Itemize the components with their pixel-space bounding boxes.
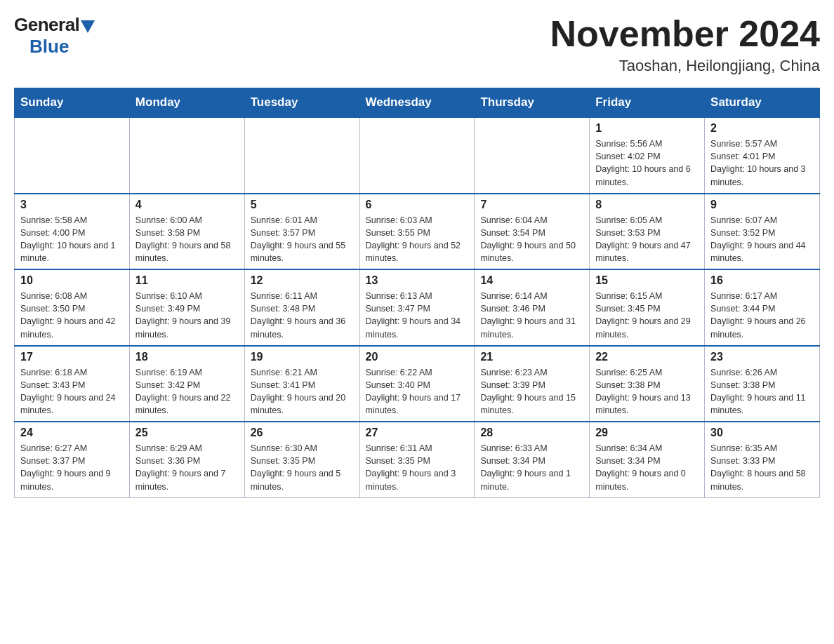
calendar-cell: 7Sunrise: 6:04 AMSunset: 3:54 PMDaylight… — [475, 194, 590, 270]
calendar-week-row: 24Sunrise: 6:27 AMSunset: 3:37 PMDayligh… — [15, 422, 820, 497]
logo: General Blue — [14, 14, 95, 58]
calendar-week-row: 10Sunrise: 6:08 AMSunset: 3:50 PMDayligh… — [15, 269, 820, 346]
day-info: Sunrise: 5:57 AMSunset: 4:01 PMDaylight:… — [710, 137, 814, 189]
title-area: November 2024 Taoshan, Heilongjiang, Chi… — [550, 14, 820, 75]
weekday-header-row: SundayMondayTuesdayWednesdayThursdayFrid… — [15, 88, 820, 118]
day-info: Sunrise: 6:34 AMSunset: 3:34 PMDaylight:… — [595, 442, 699, 493]
calendar-cell: 5Sunrise: 6:01 AMSunset: 3:57 PMDaylight… — [244, 194, 359, 270]
day-info: Sunrise: 6:03 AMSunset: 3:55 PMDaylight:… — [366, 214, 469, 265]
day-number: 17 — [20, 351, 124, 363]
calendar-cell — [15, 117, 130, 194]
calendar-week-row: 17Sunrise: 6:18 AMSunset: 3:43 PMDayligh… — [15, 346, 820, 422]
weekday-header-monday: Monday — [129, 88, 244, 118]
day-number: 21 — [480, 351, 583, 363]
day-info: Sunrise: 6:04 AMSunset: 3:54 PMDaylight:… — [480, 214, 583, 265]
day-number: 14 — [480, 274, 583, 287]
weekday-header-friday: Friday — [590, 88, 705, 118]
day-number: 27 — [366, 427, 469, 439]
day-number: 25 — [135, 427, 239, 439]
day-number: 15 — [595, 274, 699, 287]
calendar-week-row: 1Sunrise: 5:56 AMSunset: 4:02 PMDaylight… — [15, 117, 820, 194]
location-title: Taoshan, Heilongjiang, China — [550, 57, 820, 75]
day-info: Sunrise: 6:35 AMSunset: 3:33 PMDaylight:… — [710, 442, 814, 493]
calendar-cell: 27Sunrise: 6:31 AMSunset: 3:35 PMDayligh… — [359, 422, 475, 497]
day-info: Sunrise: 6:15 AMSunset: 3:45 PMDaylight:… — [595, 290, 699, 341]
logo-triangle-icon — [81, 20, 95, 33]
day-number: 18 — [135, 351, 239, 363]
calendar-cell: 28Sunrise: 6:33 AMSunset: 3:34 PMDayligh… — [475, 422, 590, 497]
day-info: Sunrise: 6:30 AMSunset: 3:35 PMDaylight:… — [251, 442, 354, 493]
day-number: 1 — [595, 122, 699, 135]
weekday-header-wednesday: Wednesday — [359, 88, 475, 118]
day-info: Sunrise: 6:33 AMSunset: 3:34 PMDaylight:… — [480, 442, 583, 493]
calendar-cell: 17Sunrise: 6:18 AMSunset: 3:43 PMDayligh… — [15, 346, 130, 422]
day-number: 16 — [710, 274, 814, 287]
calendar-cell: 8Sunrise: 6:05 AMSunset: 3:53 PMDaylight… — [590, 194, 705, 270]
calendar-cell: 22Sunrise: 6:25 AMSunset: 3:38 PMDayligh… — [590, 346, 705, 422]
weekday-header-thursday: Thursday — [475, 88, 590, 118]
day-info: Sunrise: 6:25 AMSunset: 3:38 PMDaylight:… — [595, 366, 699, 417]
day-number: 6 — [366, 199, 469, 211]
calendar-cell — [359, 117, 475, 194]
calendar: SundayMondayTuesdayWednesdayThursdayFrid… — [14, 88, 820, 498]
calendar-cell: 6Sunrise: 6:03 AMSunset: 3:55 PMDaylight… — [359, 194, 475, 270]
calendar-cell: 16Sunrise: 6:17 AMSunset: 3:44 PMDayligh… — [705, 269, 820, 346]
day-number: 30 — [710, 427, 814, 439]
day-info: Sunrise: 6:19 AMSunset: 3:42 PMDaylight:… — [135, 366, 239, 417]
calendar-cell: 10Sunrise: 6:08 AMSunset: 3:50 PMDayligh… — [15, 269, 130, 346]
day-number: 12 — [251, 274, 354, 287]
calendar-cell: 1Sunrise: 5:56 AMSunset: 4:02 PMDaylight… — [590, 117, 705, 194]
calendar-cell: 25Sunrise: 6:29 AMSunset: 3:36 PMDayligh… — [129, 422, 244, 497]
day-number: 4 — [135, 199, 239, 211]
calendar-cell: 29Sunrise: 6:34 AMSunset: 3:34 PMDayligh… — [590, 422, 705, 497]
calendar-cell: 2Sunrise: 5:57 AMSunset: 4:01 PMDaylight… — [705, 117, 820, 194]
day-number: 11 — [135, 274, 239, 287]
day-info: Sunrise: 5:56 AMSunset: 4:02 PMDaylight:… — [595, 137, 699, 189]
day-number: 5 — [251, 199, 354, 211]
calendar-cell: 26Sunrise: 6:30 AMSunset: 3:35 PMDayligh… — [244, 422, 359, 497]
calendar-cell: 15Sunrise: 6:15 AMSunset: 3:45 PMDayligh… — [590, 269, 705, 346]
weekday-header-tuesday: Tuesday — [244, 88, 359, 118]
day-number: 28 — [480, 427, 583, 439]
day-info: Sunrise: 6:08 AMSunset: 3:50 PMDaylight:… — [20, 290, 124, 341]
day-info: Sunrise: 6:10 AMSunset: 3:49 PMDaylight:… — [135, 290, 239, 341]
day-info: Sunrise: 6:01 AMSunset: 3:57 PMDaylight:… — [251, 214, 354, 265]
day-info: Sunrise: 6:21 AMSunset: 3:41 PMDaylight:… — [251, 366, 354, 417]
calendar-cell: 20Sunrise: 6:22 AMSunset: 3:40 PMDayligh… — [359, 346, 475, 422]
logo-general-text: General — [14, 14, 79, 36]
day-info: Sunrise: 6:00 AMSunset: 3:58 PMDaylight:… — [135, 214, 239, 265]
calendar-cell — [129, 117, 244, 194]
day-number: 3 — [20, 199, 124, 211]
day-info: Sunrise: 6:29 AMSunset: 3:36 PMDaylight:… — [135, 442, 239, 493]
day-number: 29 — [595, 427, 699, 439]
weekday-header-saturday: Saturday — [705, 88, 820, 118]
calendar-cell: 11Sunrise: 6:10 AMSunset: 3:49 PMDayligh… — [129, 269, 244, 346]
day-info: Sunrise: 6:13 AMSunset: 3:47 PMDaylight:… — [366, 290, 469, 341]
calendar-cell: 23Sunrise: 6:26 AMSunset: 3:38 PMDayligh… — [705, 346, 820, 422]
calendar-cell: 12Sunrise: 6:11 AMSunset: 3:48 PMDayligh… — [244, 269, 359, 346]
day-number: 13 — [366, 274, 469, 287]
day-info: Sunrise: 6:27 AMSunset: 3:37 PMDaylight:… — [20, 442, 124, 493]
day-number: 10 — [20, 274, 124, 287]
day-info: Sunrise: 6:14 AMSunset: 3:46 PMDaylight:… — [480, 290, 583, 341]
day-info: Sunrise: 6:23 AMSunset: 3:39 PMDaylight:… — [480, 366, 583, 417]
day-info: Sunrise: 6:11 AMSunset: 3:48 PMDaylight:… — [251, 290, 354, 341]
calendar-week-row: 3Sunrise: 5:58 AMSunset: 4:00 PMDaylight… — [15, 194, 820, 270]
calendar-cell: 14Sunrise: 6:14 AMSunset: 3:46 PMDayligh… — [475, 269, 590, 346]
day-number: 24 — [20, 427, 124, 439]
calendar-cell: 30Sunrise: 6:35 AMSunset: 3:33 PMDayligh… — [705, 422, 820, 497]
day-number: 26 — [251, 427, 354, 439]
day-info: Sunrise: 5:58 AMSunset: 4:00 PMDaylight:… — [20, 214, 124, 265]
day-number: 2 — [710, 122, 814, 135]
calendar-cell: 9Sunrise: 6:07 AMSunset: 3:52 PMDaylight… — [705, 194, 820, 270]
calendar-cell: 4Sunrise: 6:00 AMSunset: 3:58 PMDaylight… — [129, 194, 244, 270]
day-info: Sunrise: 6:18 AMSunset: 3:43 PMDaylight:… — [20, 366, 124, 417]
day-number: 19 — [251, 351, 354, 363]
day-info: Sunrise: 6:26 AMSunset: 3:38 PMDaylight:… — [710, 366, 814, 417]
month-title: November 2024 — [550, 14, 820, 54]
day-number: 8 — [595, 199, 699, 211]
calendar-cell: 21Sunrise: 6:23 AMSunset: 3:39 PMDayligh… — [475, 346, 590, 422]
calendar-cell: 13Sunrise: 6:13 AMSunset: 3:47 PMDayligh… — [359, 269, 475, 346]
day-info: Sunrise: 6:17 AMSunset: 3:44 PMDaylight:… — [710, 290, 814, 341]
day-number: 9 — [710, 199, 814, 211]
